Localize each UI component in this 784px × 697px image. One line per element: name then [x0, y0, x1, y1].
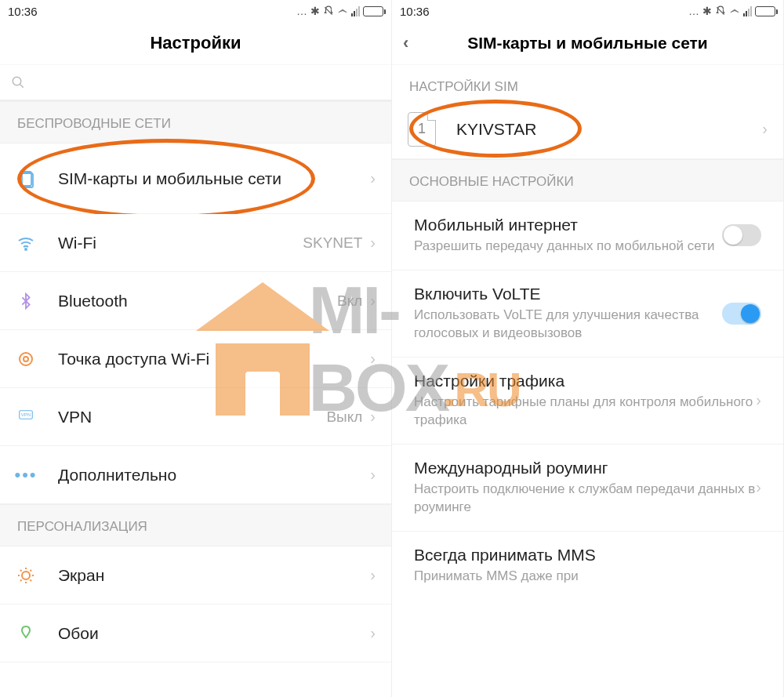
search-input[interactable]: [0, 65, 391, 101]
row-sim-slot[interactable]: 1 KYIVSTAR ›: [392, 100, 783, 159]
display-icon: [16, 565, 36, 586]
search-icon: [11, 75, 25, 89]
sim-slot-icon: 1: [408, 112, 436, 147]
row-hotspot[interactable]: Точка доступа Wi-Fi ›: [0, 330, 391, 388]
chevron-right-icon: ›: [370, 466, 376, 484]
bluetooth-value: Вкл: [337, 292, 362, 310]
status-bar: 10:36 … ✱: [0, 0, 391, 22]
bluetooth-icon: [16, 291, 36, 311]
airplane-icon: [337, 5, 348, 16]
page-title: Настройки: [0, 22, 391, 65]
vpn-value: Выкл: [326, 408, 362, 426]
mute-icon: [715, 5, 726, 16]
status-time: 10:36: [400, 5, 430, 18]
signal-icon: [743, 6, 752, 16]
section-personalization: ПЕРСОНАЛИЗАЦИЯ: [0, 504, 391, 546]
chevron-right-icon: ›: [370, 234, 376, 252]
toggle-volte[interactable]: [722, 303, 761, 325]
row-wallpaper[interactable]: Обои ›: [0, 604, 391, 663]
battery-icon: [363, 6, 383, 16]
chevron-right-icon: ›: [370, 408, 376, 426]
battery-icon: [755, 6, 775, 16]
row-more[interactable]: ••• Дополнительно ›: [0, 446, 391, 504]
row-mms[interactable]: Всегда принимать MMS Принимать MMS даже …: [392, 532, 783, 600]
chevron-right-icon: ›: [370, 624, 376, 642]
status-time: 10:36: [8, 5, 38, 18]
section-wireless: БЕСПРОВОДНЫЕ СЕТИ: [0, 101, 391, 143]
svg-point-5: [24, 357, 28, 361]
status-icons: … ✱: [296, 5, 383, 17]
row-mobile-data[interactable]: Мобильный интернет Разрешить передачу да…: [392, 201, 783, 270]
mute-icon: [323, 5, 334, 16]
chevron-right-icon: ›: [370, 566, 376, 584]
svg-point-6: [20, 353, 32, 365]
section-sim-settings: НАСТРОЙКИ SIM: [392, 65, 783, 100]
toggle-mobile-data[interactable]: [722, 224, 761, 246]
more-icon: •••: [16, 465, 36, 485]
chevron-right-icon: ›: [370, 350, 376, 368]
section-main-settings: ОСНОВНЫЕ НАСТРОЙКИ: [392, 159, 783, 201]
wifi-value: SKYNET: [303, 234, 362, 252]
row-display[interactable]: Экран ›: [0, 546, 391, 604]
svg-line-1: [20, 84, 24, 88]
wallpaper-icon: [16, 623, 36, 644]
svg-point-9: [22, 572, 30, 579]
row-wifi[interactable]: Wi-Fi SKYNET ›: [0, 214, 391, 272]
vpn-icon: VPN: [16, 407, 36, 427]
row-roaming[interactable]: Международный роуминг Настроить подключе…: [392, 445, 783, 532]
back-button[interactable]: ‹: [403, 33, 408, 53]
signal-icon: [351, 6, 360, 16]
row-volte[interactable]: Включить VoLTE Использовать VoLTE для ул…: [392, 270, 783, 358]
status-icons: … ✱: [688, 5, 775, 17]
svg-text:VPN: VPN: [21, 412, 31, 417]
row-vpn[interactable]: VPN VPN Выкл ›: [0, 388, 391, 446]
sim-icon: [16, 169, 36, 189]
chevron-right-icon: ›: [370, 292, 376, 310]
row-bluetooth[interactable]: Bluetooth Вкл ›: [0, 272, 391, 330]
row-sim-cards[interactable]: SIM-карты и мобильные сети ›: [0, 143, 391, 214]
chevron-right-icon: ›: [756, 391, 761, 409]
page-title: ‹ SIM-карты и мобильные сети: [392, 22, 783, 65]
svg-point-4: [25, 249, 27, 250]
status-bar: 10:36 … ✱: [392, 0, 783, 22]
chevron-right-icon: ›: [756, 478, 761, 496]
row-traffic[interactable]: Настройки трафика Настроить тарифные пла…: [392, 358, 783, 445]
chevron-right-icon: ›: [370, 169, 376, 187]
chevron-right-icon: ›: [762, 120, 768, 138]
airplane-icon: [729, 5, 740, 16]
svg-point-0: [13, 77, 21, 85]
hotspot-icon: [16, 349, 36, 369]
wifi-icon: [16, 233, 36, 253]
